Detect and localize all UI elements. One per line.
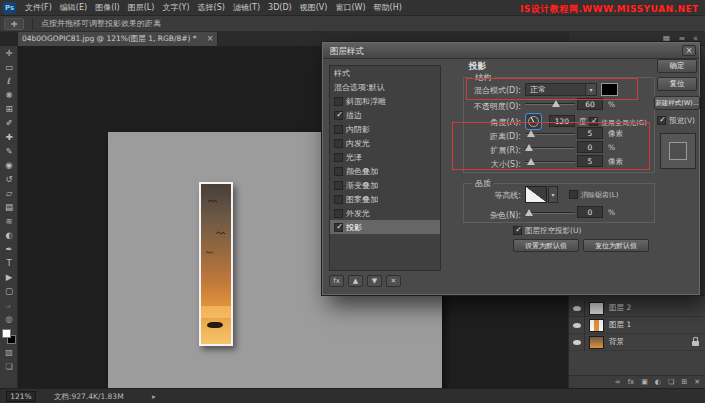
quick-mask-icon[interactable]: ▨ bbox=[0, 346, 18, 360]
menu-item-4[interactable]: 文字(Y) bbox=[158, 0, 193, 16]
dialog-close-button[interactable]: × bbox=[682, 45, 696, 56]
new-style-button[interactable]: 新建样式(W)... bbox=[654, 96, 700, 110]
marquee-tool[interactable]: ▭ bbox=[0, 60, 18, 74]
gradient-tool[interactable]: ▤ bbox=[0, 200, 18, 214]
style-item-styles[interactable]: 样式 bbox=[330, 66, 440, 80]
visibility-toggle-background[interactable] bbox=[569, 334, 585, 351]
noise-slider[interactable] bbox=[525, 207, 575, 217]
style-checkbox-pattern-overlay[interactable] bbox=[334, 195, 343, 204]
ok-button[interactable]: 确定 bbox=[657, 59, 697, 73]
style-checkbox-satin[interactable] bbox=[334, 153, 343, 162]
menu-item-2[interactable]: 图像(I) bbox=[91, 0, 124, 16]
healing-brush-tool[interactable]: ✚ bbox=[0, 130, 18, 144]
slider-thumb[interactable] bbox=[525, 209, 533, 216]
eraser-tool[interactable]: ▱ bbox=[0, 186, 18, 200]
style-item-pattern-overlay[interactable]: 图案叠加 bbox=[330, 192, 440, 206]
type-tool[interactable]: T bbox=[0, 256, 18, 270]
bookmark-image[interactable] bbox=[199, 182, 233, 346]
shape-tool[interactable]: ▢ bbox=[0, 284, 18, 298]
effect-up-icon[interactable]: ▲ bbox=[348, 275, 363, 287]
lasso-tool[interactable]: ℓ bbox=[0, 74, 18, 88]
style-checkbox-bevel-emboss[interactable] bbox=[334, 97, 343, 106]
screen-mode-icon[interactable]: ❏ bbox=[0, 360, 18, 374]
menu-item-8[interactable]: 视图(V) bbox=[296, 0, 332, 16]
menu-item-0[interactable]: 文件(F) bbox=[21, 0, 56, 16]
eyedropper-tool[interactable]: ✐ bbox=[0, 116, 18, 130]
style-checkbox-inner-shadow[interactable] bbox=[334, 125, 343, 134]
foreground-color-swatch[interactable] bbox=[2, 329, 11, 338]
tab-close-icon[interactable]: × bbox=[205, 32, 215, 46]
noise-value-field[interactable]: 0 bbox=[577, 206, 603, 218]
menu-item-9[interactable]: 窗口(W) bbox=[331, 0, 369, 16]
menu-item-5[interactable]: 选择(S) bbox=[194, 0, 229, 16]
style-checkbox-outer-glow[interactable] bbox=[334, 209, 343, 218]
document-tab[interactable]: 04b0OGOPIC81.jpg @ 121%(图层 1, RGB/8#) * … bbox=[18, 32, 218, 46]
menu-item-10[interactable]: 帮助(H) bbox=[370, 0, 406, 16]
new-layer-icon[interactable]: ⊞ bbox=[681, 378, 687, 386]
style-item-stroke[interactable]: 描边 bbox=[330, 108, 440, 122]
options-bar: ✛ 点按并拖移可调整投影效果的距离 bbox=[0, 16, 705, 32]
reset-button[interactable]: 复位 bbox=[657, 77, 697, 91]
contour-picker[interactable] bbox=[525, 186, 547, 203]
path-selection-tool[interactable]: ▶ bbox=[0, 270, 18, 284]
history-brush-tool[interactable]: ↺ bbox=[0, 172, 18, 186]
style-item-blending-options[interactable]: 混合选项:默认 bbox=[330, 80, 440, 94]
style-item-inner-shadow[interactable]: 内阴影 bbox=[330, 122, 440, 136]
layer-knockout-checkbox[interactable] bbox=[513, 226, 522, 235]
style-item-outer-glow[interactable]: 外发光 bbox=[330, 206, 440, 220]
style-checkbox-color-overlay[interactable] bbox=[334, 167, 343, 176]
style-checkbox-gradient-overlay[interactable] bbox=[334, 181, 343, 190]
pen-tool[interactable]: ✒ bbox=[0, 242, 18, 256]
effect-down-icon[interactable]: ▼ bbox=[367, 275, 382, 287]
menu-item-1[interactable]: 编辑(E) bbox=[56, 0, 91, 16]
crop-tool[interactable]: ⊞ bbox=[0, 102, 18, 116]
dodge-tool[interactable]: ◐ bbox=[0, 228, 18, 242]
set-default-button[interactable]: 设置为默认值 bbox=[513, 239, 579, 252]
add-effect-icon[interactable]: fx bbox=[329, 275, 344, 287]
blur-tool[interactable]: ≋ bbox=[0, 214, 18, 228]
dialog-titlebar[interactable]: 图层样式 × bbox=[323, 43, 699, 59]
adjustment-layer-icon[interactable]: ◐ bbox=[655, 378, 661, 386]
color-swatches bbox=[0, 328, 18, 346]
layer-row-background[interactable]: 背景 bbox=[569, 334, 705, 351]
layer-group-icon[interactable]: ❏ bbox=[668, 378, 674, 386]
style-item-drop-shadow[interactable]: 投影 bbox=[330, 220, 440, 234]
clone-stamp-tool[interactable]: ◉ bbox=[0, 158, 18, 172]
zoom-tool[interactable]: ◎ bbox=[0, 312, 18, 326]
style-item-satin[interactable]: 光泽 bbox=[330, 150, 440, 164]
style-checkbox-inner-glow[interactable] bbox=[334, 139, 343, 148]
visibility-toggle-layer-1[interactable] bbox=[569, 317, 585, 334]
delete-effect-icon[interactable]: ✕ bbox=[386, 275, 401, 287]
move-tool[interactable]: ✛ bbox=[0, 46, 18, 60]
style-item-label: 描边 bbox=[346, 110, 362, 121]
menu-item-6[interactable]: 滤镜(T) bbox=[229, 0, 264, 16]
style-checkbox-stroke[interactable] bbox=[334, 111, 343, 120]
style-item-inner-glow[interactable]: 内发光 bbox=[330, 136, 440, 150]
style-item-bevel-emboss[interactable]: 斜面和浮雕 bbox=[330, 94, 440, 108]
menu-item-3[interactable]: 图层(L) bbox=[124, 0, 159, 16]
anti-alias-checkbox[interactable] bbox=[569, 190, 578, 199]
reset-default-button[interactable]: 复位为默认值 bbox=[583, 239, 649, 252]
quick-selection-tool[interactable]: ❋ bbox=[0, 88, 18, 102]
menu-item-7[interactable]: 3D(D) bbox=[264, 0, 296, 16]
style-item-color-overlay[interactable]: 颜色叠加 bbox=[330, 164, 440, 178]
brush-tool[interactable]: ✎ bbox=[0, 144, 18, 158]
delete-layer-icon[interactable]: ✕ bbox=[694, 378, 700, 386]
layer-row-layer-1[interactable]: 图层 1 bbox=[569, 317, 705, 334]
eye-icon bbox=[573, 306, 581, 311]
preview-checkbox[interactable] bbox=[657, 116, 666, 125]
style-item-gradient-overlay[interactable]: 渐变叠加 bbox=[330, 178, 440, 192]
hand-tool[interactable]: ☞ bbox=[0, 298, 18, 312]
link-layers-icon[interactable]: ∞ bbox=[615, 378, 621, 386]
layer-mask-icon[interactable]: ▣ bbox=[641, 378, 648, 386]
visibility-toggle-layer-2[interactable] bbox=[569, 300, 585, 317]
chevron-down-icon[interactable]: ▾ bbox=[548, 186, 558, 203]
tool-bar: ✛▭ℓ❋⊞✐✚✎◉↺▱▤≋◐✒T▶▢☞◎▨❏ bbox=[0, 46, 18, 388]
document-tab-title: 04b0OGOPIC81.jpg @ 121%(图层 1, RGB/8#) * bbox=[22, 34, 197, 43]
slider-thumb[interactable] bbox=[552, 100, 560, 107]
status-menu-arrow-icon[interactable]: ▸ bbox=[152, 392, 156, 401]
layer-row-layer-2[interactable]: 图层 2 bbox=[569, 300, 705, 317]
zoom-level-field[interactable]: 121% bbox=[6, 391, 36, 402]
layer-effects-icon[interactable]: fx bbox=[628, 378, 635, 386]
style-checkbox-drop-shadow[interactable] bbox=[334, 223, 343, 232]
